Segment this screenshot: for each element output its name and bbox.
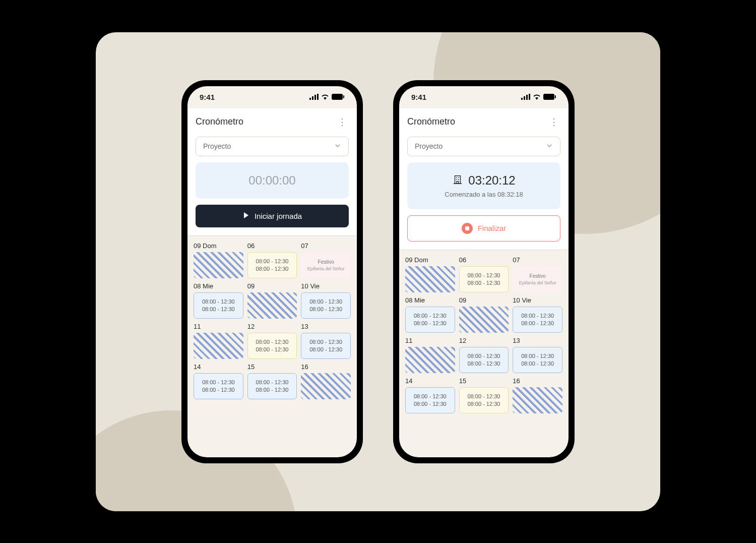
timer-value: 00:00:00	[248, 173, 295, 188]
calendar-day[interactable]: 10 Vie08:00 - 12:3008:00 - 12:30	[301, 282, 351, 319]
signal-icon	[521, 93, 530, 101]
calendar-day[interactable]: 09 Dom	[405, 256, 455, 292]
calendar-day[interactable]: 16	[513, 377, 562, 413]
timer-value: 03:20:12	[468, 173, 515, 188]
day-entry: 08:00 - 12:3008:00 - 12:30	[513, 307, 562, 333]
svg-rect-1	[312, 96, 313, 100]
day-entry: 08:00 - 12:3008:00 - 12:30	[247, 333, 297, 359]
phone-frame-left: 9:41Cronómetro⋮Proyecto00:00:00Iniciar j…	[181, 80, 363, 463]
status-icons	[521, 93, 556, 101]
status-bar: 9:41	[399, 86, 569, 108]
calendar-day[interactable]: 11	[194, 323, 243, 359]
button-label: Iniciar jornada	[255, 212, 302, 220]
play-icon	[242, 212, 249, 220]
day-label: 16	[301, 363, 351, 371]
dropdown-label: Proyecto	[415, 142, 443, 150]
day-entry: 08:00 - 12:3008:00 - 12:30	[301, 292, 351, 319]
calendar-day[interactable]: 08 Mie08:00 - 12:3008:00 - 12:30	[405, 296, 455, 333]
stop-button[interactable]: Finalizar	[407, 215, 560, 242]
calendar-grid: 09 Dom0608:00 - 12:3008:00 - 12:3007Fest…	[399, 250, 569, 457]
calendar-day[interactable]: 1508:00 - 12:3008:00 - 12:30	[247, 363, 297, 399]
calendar-day[interactable]: 07FestivoEpifanía del Señor	[301, 242, 351, 278]
chevron-down-icon	[546, 142, 553, 151]
day-unavailable	[459, 307, 509, 333]
day-label: 07	[301, 242, 351, 250]
svg-rect-7	[524, 96, 525, 100]
day-label: 15	[247, 363, 297, 371]
svg-rect-3	[317, 94, 319, 100]
chevron-down-icon	[334, 142, 341, 151]
calendar-day[interactable]: 0608:00 - 12:3008:00 - 12:30	[247, 242, 297, 278]
svg-rect-2	[314, 95, 316, 100]
day-label: 14	[405, 377, 455, 385]
status-icons	[309, 93, 345, 101]
calendar-day[interactable]: 10 Vie08:00 - 12:3008:00 - 12:30	[513, 296, 562, 333]
svg-rect-11	[555, 95, 556, 98]
day-unavailable	[194, 333, 243, 359]
timer-subtext: Comenzado a las 08:32:18	[415, 191, 552, 198]
svg-rect-0	[309, 98, 311, 100]
day-label: 06	[247, 242, 297, 250]
calendar-day[interactable]: 1308:00 - 12:3008:00 - 12:30	[301, 323, 351, 359]
timer-display: 00:00:00	[196, 162, 349, 199]
mockup-stage: 9:41Cronómetro⋮Proyecto00:00:00Iniciar j…	[96, 32, 660, 511]
day-label: 08 Mie	[194, 282, 243, 290]
day-entry: 08:00 - 12:3008:00 - 12:30	[459, 266, 509, 292]
calendar-day[interactable]: 09	[247, 282, 297, 319]
svg-rect-8	[526, 95, 528, 100]
day-label: 11	[405, 337, 455, 344]
day-label: 09	[247, 282, 297, 290]
wifi-icon	[321, 93, 329, 101]
more-options-button[interactable]: ⋮	[336, 114, 349, 130]
day-label: 10 Vie	[513, 296, 562, 304]
stop-icon	[462, 223, 473, 234]
calendar-day[interactable]: 0608:00 - 12:3008:00 - 12:30	[459, 256, 509, 292]
day-label: 15	[459, 377, 509, 385]
day-unavailable	[301, 373, 351, 399]
phone-frame-right: 9:41Cronómetro⋮Proyecto03:20:12Comenzado…	[393, 80, 575, 463]
day-label: 13	[301, 323, 351, 330]
calendar-day[interactable]: 1408:00 - 12:3008:00 - 12:30	[194, 363, 243, 399]
day-label: 09 Dom	[194, 242, 243, 250]
calendar-day[interactable]: 1308:00 - 12:3008:00 - 12:30	[513, 337, 562, 373]
project-dropdown[interactable]: Proyecto	[196, 137, 349, 156]
svg-rect-18	[457, 181, 459, 184]
calendar-day[interactable]: 09 Dom	[194, 242, 243, 278]
calendar-day[interactable]: 08 Mie08:00 - 12:3008:00 - 12:30	[194, 282, 243, 319]
day-label: 09	[459, 296, 509, 304]
calendar-day[interactable]: 11	[405, 337, 455, 373]
project-dropdown[interactable]: Proyecto	[407, 137, 560, 156]
signal-icon	[309, 93, 319, 101]
calendar-day[interactable]: 1408:00 - 12:3008:00 - 12:30	[405, 377, 455, 413]
day-label: 14	[194, 363, 243, 371]
svg-rect-9	[529, 94, 530, 100]
day-entry: FestivoEpifanía del Señor	[513, 266, 562, 292]
day-unavailable	[405, 347, 455, 373]
day-label: 12	[459, 337, 509, 344]
wifi-icon	[533, 93, 541, 101]
calendar-day[interactable]: 07FestivoEpifanía del Señor	[513, 256, 562, 292]
day-unavailable	[247, 292, 297, 319]
status-time: 9:41	[200, 93, 215, 101]
day-entry: FestivoEpifanía del Señor	[301, 252, 351, 278]
calendar-day[interactable]: 16	[301, 363, 351, 399]
more-options-button[interactable]: ⋮	[547, 114, 560, 130]
phone-screen: 9:41Cronómetro⋮Proyecto03:20:12Comenzado…	[399, 86, 569, 457]
battery-icon	[332, 93, 345, 101]
page-title: Cronómetro	[196, 116, 243, 127]
status-bar: 9:41	[187, 86, 357, 108]
calendar-day[interactable]: 1208:00 - 12:3008:00 - 12:30	[459, 337, 509, 373]
calendar-day[interactable]: 1208:00 - 12:3008:00 - 12:30	[247, 323, 297, 359]
day-label: 06	[459, 256, 509, 264]
day-label: 13	[513, 337, 562, 344]
day-entry: 08:00 - 12:3008:00 - 12:30	[405, 387, 455, 413]
start-button[interactable]: Iniciar jornada	[196, 205, 349, 227]
phone-screen: 9:41Cronómetro⋮Proyecto00:00:00Iniciar j…	[187, 86, 357, 457]
timer-panel: Cronómetro⋮Proyecto00:00:00Iniciar jorna…	[187, 108, 357, 236]
page-title: Cronómetro	[407, 116, 455, 127]
day-label: 09 Dom	[405, 256, 455, 264]
day-label: 12	[247, 323, 297, 330]
calendar-day[interactable]: 1508:00 - 12:3008:00 - 12:30	[459, 377, 509, 413]
calendar-day[interactable]: 09	[459, 296, 509, 333]
svg-rect-10	[543, 94, 554, 100]
